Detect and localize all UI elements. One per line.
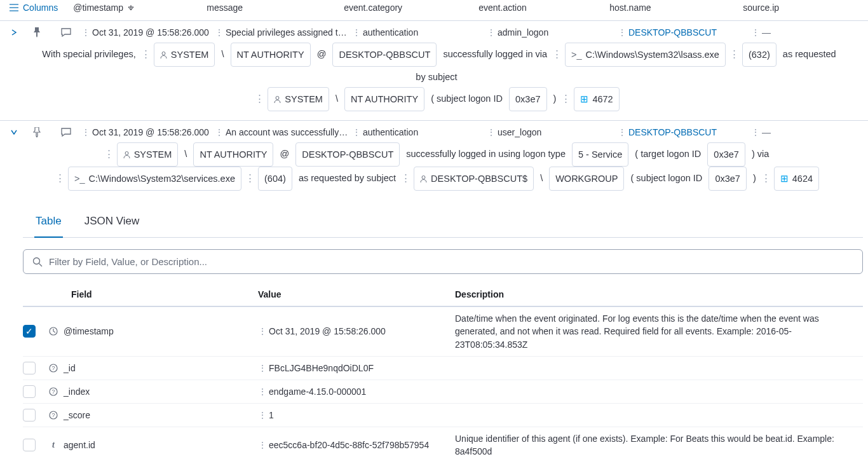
event-action[interactable]: admin_logon: [498, 27, 548, 38]
pid-badge[interactable]: (604): [258, 167, 292, 191]
col-message[interactable]: message: [207, 3, 344, 13]
table-row: ?_score⋮1: [23, 404, 863, 427]
domain-badge[interactable]: NT AUTHORITY: [231, 43, 311, 67]
field-type-icon: t: [48, 440, 58, 450]
field-checkbox[interactable]: [23, 362, 36, 374]
svg-point-5: [276, 97, 279, 100]
event-row: ⋮Oct 31, 2019 @ 15:58:26.000 ⋮An account…: [0, 121, 868, 459]
th-field: Field: [48, 289, 258, 299]
tab-table[interactable]: Table: [34, 211, 63, 238]
subj-user-badge[interactable]: SYSTEM: [268, 87, 329, 111]
svg-point-7: [422, 176, 425, 179]
table-row: ✓@timestamp⋮Oct 31, 2019 @ 15:58:26.000D…: [23, 307, 863, 357]
field-type-icon: ?: [48, 364, 58, 373]
subj-id-badge[interactable]: 0x3e7: [709, 167, 747, 191]
event-row: ⋮Oct 31, 2019 @ 15:58:26.000 ⋮Special pr…: [0, 21, 868, 121]
field-checkbox[interactable]: [23, 439, 36, 451]
columns-header: Columns @timestamp message event.categor…: [0, 0, 868, 21]
field-desc: Unique identifier of this agent (if one …: [455, 432, 863, 458]
columns-icon[interactable]: [5, 4, 23, 11]
domain-badge[interactable]: NT AUTHORITY: [193, 142, 273, 167]
target-id-badge[interactable]: 0x3e7: [707, 142, 745, 167]
field-name[interactable]: @timestamp: [64, 326, 114, 336]
field-name[interactable]: agent.id: [64, 440, 95, 450]
event-action[interactable]: user_logon: [498, 127, 541, 137]
event-code-badge[interactable]: ⊞4624: [774, 167, 819, 191]
field-value[interactable]: endgame-4.15.0-000001: [269, 387, 366, 397]
event-host-link[interactable]: DESKTOP-QBBSCUT: [628, 27, 717, 38]
subj-user-badge[interactable]: DESKTOP-QBBSCUT$: [414, 167, 534, 191]
col-source[interactable]: source.ip: [743, 3, 863, 13]
th-desc: Description: [455, 289, 863, 299]
field-desc: Date/time when the event originated. For…: [455, 312, 863, 351]
svg-point-4: [162, 52, 165, 55]
table-row: ?_id⋮FBcLJG4BHe9nqdOiDL0F: [23, 357, 863, 380]
svg-line-9: [39, 263, 43, 266]
field-type-icon: ?: [48, 411, 58, 420]
field-type-icon: ?: [48, 387, 58, 396]
host-badge[interactable]: DESKTOP-QBBSCUT: [295, 142, 400, 167]
event-category[interactable]: authentication: [363, 127, 418, 137]
subj-domain-badge[interactable]: NT AUTHORITY: [344, 87, 424, 111]
th-value: Value: [258, 289, 455, 299]
event-source: —: [762, 27, 771, 38]
table-row: ?_index⋮endgame-4.15.0-000001: [23, 380, 863, 404]
field-name[interactable]: _score: [64, 410, 90, 420]
field-value[interactable]: FBcLJG4BHe9nqdOiDL0F: [269, 363, 374, 373]
pin-icon[interactable]: [23, 27, 51, 38]
expand-toggle[interactable]: [5, 29, 23, 36]
col-host[interactable]: host.name: [609, 3, 743, 13]
field-checkbox[interactable]: [23, 385, 36, 398]
event-message[interactable]: Special privileges assigned t…: [226, 27, 347, 38]
field-value[interactable]: 1: [269, 410, 274, 420]
event-message[interactable]: An account was successfully…: [226, 127, 348, 137]
field-name[interactable]: _id: [64, 363, 76, 373]
svg-point-6: [125, 152, 128, 155]
event-category[interactable]: authentication: [363, 27, 418, 38]
user-badge[interactable]: SYSTEM: [117, 142, 179, 167]
pid-badge[interactable]: (632): [742, 43, 776, 67]
col-timestamp[interactable]: @timestamp: [73, 3, 207, 13]
field-checkbox[interactable]: ✓: [23, 325, 36, 338]
field-type-icon: [48, 327, 58, 336]
svg-point-8: [34, 257, 40, 264]
user-badge[interactable]: SYSTEM: [154, 43, 215, 67]
expand-toggle[interactable]: [5, 129, 23, 135]
field-value[interactable]: Oct 31, 2019 @ 15:58:26.000: [269, 326, 386, 336]
detail-tabs: Table JSON View: [23, 211, 863, 238]
svg-text:?: ?: [51, 365, 55, 371]
svg-text:?: ?: [51, 388, 55, 395]
event-code-badge[interactable]: ⊞4672: [574, 87, 619, 111]
field-value[interactable]: eec5cc6a-bf20-4d5c-88fc-52f798b57954: [269, 440, 429, 450]
field-checkbox[interactable]: [23, 409, 36, 421]
logon-type-badge[interactable]: 5 - Service: [572, 142, 628, 167]
svg-text:?: ?: [51, 412, 55, 418]
windows-icon: ⊞: [580, 89, 588, 109]
col-category[interactable]: event.category: [344, 3, 478, 13]
tab-json[interactable]: JSON View: [83, 211, 141, 237]
event-timestamp[interactable]: Oct 31, 2019 @ 15:58:26.000: [92, 27, 209, 38]
pin-icon[interactable]: [23, 127, 51, 137]
process-badge[interactable]: >_C:\Windows\System32\lsass.exe: [565, 43, 726, 67]
event-sentence: ⋮SYSTEM \ NT AUTHORITY @ DESKTOP-QBBSCUT…: [0, 139, 868, 200]
event-timestamp[interactable]: Oct 31, 2019 @ 15:58:26.000: [92, 127, 209, 137]
event-source: —: [762, 127, 771, 137]
event-host-link[interactable]: DESKTOP-QBBSCUT: [628, 127, 717, 137]
search-icon: [32, 257, 43, 267]
field-table: Field Value Description ✓@timestamp⋮Oct …: [23, 289, 863, 459]
windows-icon: ⊞: [780, 168, 789, 189]
table-row: tagent.id⋮eec5cc6a-bf20-4d5c-88fc-52f798…: [23, 427, 863, 459]
logonid-badge[interactable]: 0x3e7: [509, 87, 547, 111]
sort-desc-icon: [127, 4, 135, 11]
event-sentence: With special privileges, ⋮SYSTEM \ NT AU…: [0, 39, 868, 120]
note-icon[interactable]: [51, 128, 81, 137]
filter-input[interactable]: [49, 256, 853, 267]
field-name[interactable]: _index: [64, 387, 90, 397]
process-badge[interactable]: >_C:\Windows\System32\services.exe: [68, 167, 241, 191]
col-action[interactable]: event.action: [478, 3, 609, 13]
filter-input-wrap[interactable]: [23, 249, 863, 274]
host-badge[interactable]: DESKTOP-QBBSCUT: [332, 43, 437, 67]
note-icon[interactable]: [51, 28, 81, 37]
columns-label[interactable]: Columns: [23, 3, 58, 13]
subj-domain-badge[interactable]: WORKGROUP: [549, 167, 624, 191]
